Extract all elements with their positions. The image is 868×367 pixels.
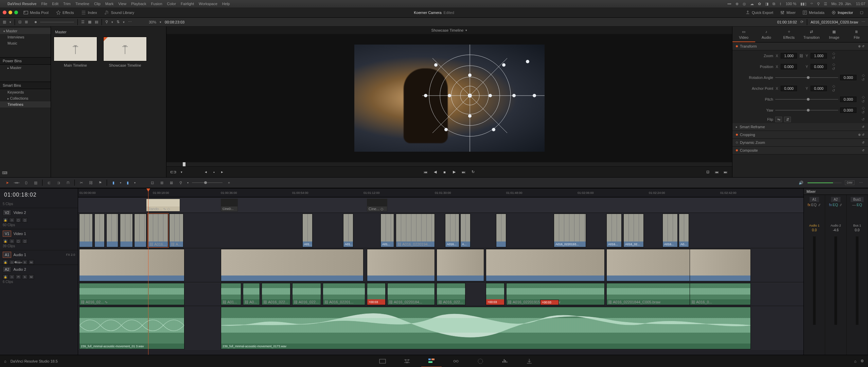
- page-deliver[interactable]: [519, 355, 539, 367]
- video-clip[interactable]: [79, 249, 184, 281]
- mixer-channel-bus1[interactable]: Bus1 — EQ Bus 1 0.0: [847, 195, 868, 355]
- zoom-custom-icon[interactable]: ⊠: [168, 180, 174, 186]
- video-clip[interactable]: [79, 214, 93, 247]
- audio-clip[interactable]: 239_full_mnmal-acoustic-movement_01 3.wa…: [79, 307, 184, 349]
- flip-h-button[interactable]: ⇋: [775, 117, 782, 122]
- sound-library-toggle[interactable]: Sound Library: [102, 10, 136, 16]
- keyframe-reset[interactable]: ◇ ↺: [829, 51, 835, 60]
- title-clip[interactable]: CineD...: [221, 199, 238, 212]
- status-dropbox-icon[interactable]: ⧉: [773, 2, 775, 6]
- spotlight-icon[interactable]: ⚲: [817, 2, 820, 6]
- mute-button[interactable]: M: [29, 260, 34, 265]
- pos-y-input[interactable]: 0.000: [811, 64, 827, 69]
- page-cut[interactable]: [397, 355, 417, 367]
- wifi-icon[interactable]: ⌔: [811, 2, 813, 6]
- menu-workspace[interactable]: Workspace: [199, 2, 217, 6]
- video-clip[interactable]: A016...: [445, 214, 459, 247]
- flip-v-button[interactable]: ⇵: [784, 117, 791, 122]
- bin-view-icon[interactable]: ▥: [3, 20, 6, 24]
- menubar-app-name[interactable]: DaVinci Resolve: [7, 2, 36, 6]
- track-header-a1[interactable]: A1Audio 1 FX 2.0: [0, 250, 78, 259]
- page-edit[interactable]: [421, 355, 442, 367]
- track-header-v2[interactable]: V2Video 2: [0, 208, 78, 217]
- thumb-list-icon[interactable]: ☰: [81, 20, 85, 24]
- mixer-channel-a1[interactable]: A1 fx EQ ⫽ Audio 1 0.0: [804, 195, 825, 355]
- section-transform[interactable]: Transform⊕ ↺: [732, 43, 868, 50]
- audio-clip[interactable]: 239_full_mnmal-acoustic-movement_0173.wa…: [221, 307, 751, 349]
- close-window-button[interactable]: [3, 11, 6, 14]
- sort-icon[interactable]: ⇅: [117, 20, 120, 24]
- video-clip[interactable]: A016...: [606, 214, 622, 247]
- marker-blue-icon[interactable]: ▮: [110, 180, 117, 186]
- bin-master[interactable]: ▾ Master: [0, 28, 51, 34]
- stop-dot-icon[interactable]: •: [211, 169, 217, 175]
- fullscreen-window-button[interactable]: [14, 11, 18, 14]
- menu-clip[interactable]: Clip: [94, 2, 101, 6]
- inspector-tab-image[interactable]: ▦Image: [823, 27, 846, 42]
- inspector-tab-transition[interactable]: ⇄Transition: [800, 27, 823, 42]
- next-edit-icon[interactable]: ▸: [219, 169, 225, 175]
- track-auto[interactable]: ◇: [9, 218, 15, 222]
- audio-clip[interactable]: ⛓A016_0220184...: [387, 283, 435, 305]
- search-icon[interactable]: ⚲: [105, 20, 108, 24]
- speaker-icon[interactable]: 🔊: [798, 180, 804, 186]
- thumb-strip-icon[interactable]: ▤: [95, 20, 98, 24]
- track-header-a2[interactable]: A2Audio 2: [0, 265, 78, 274]
- video-clip[interactable]: [486, 249, 605, 281]
- status-icon[interactable]: •••: [727, 2, 731, 6]
- inspector-tab-file[interactable]: 🗎File: [846, 27, 868, 42]
- powerbin-master[interactable]: ▸ Master: [0, 65, 51, 71]
- thumb-grid-icon[interactable]: ▦: [88, 20, 91, 24]
- section-smart-reframe[interactable]: ▸Smart Reframe↺: [732, 123, 868, 131]
- prev-edit-icon[interactable]: ◂: [203, 169, 209, 175]
- track-header-v1[interactable]: V1Video 1: [0, 229, 78, 238]
- playhead[interactable]: [148, 188, 148, 355]
- viewer-scrubber[interactable]: [166, 162, 732, 166]
- status-icon[interactable]: ◨: [765, 2, 768, 6]
- yaw-slider[interactable]: [775, 110, 838, 111]
- video-clip[interactable]: [106, 214, 118, 247]
- bin-interviews[interactable]: Interviews: [0, 34, 51, 40]
- menubar-date[interactable]: Mo. 29. Jän.: [831, 2, 852, 6]
- video-clip[interactable]: A016_02...: [623, 214, 644, 247]
- video-clip[interactable]: ⛓A...: [169, 214, 183, 247]
- video-clip[interactable]: ⛓A016_0220194...: [396, 214, 435, 247]
- video-clip[interactable]: A0...: [679, 214, 689, 247]
- power-bins-header[interactable]: Power Bins: [0, 57, 51, 65]
- timeline-dropdown-label[interactable]: Showcase Timeline: [431, 28, 464, 32]
- video-clip[interactable]: A01...: [380, 214, 394, 247]
- zoom-x-input[interactable]: 1.000: [781, 53, 797, 59]
- video-clip[interactable]: [120, 214, 133, 247]
- chevron-down-icon[interactable]: ▾: [465, 29, 467, 32]
- audio-clip[interactable]: ⛓A016_02...∿: [79, 283, 184, 305]
- inspector-tab-video[interactable]: ▭Video: [732, 27, 755, 42]
- control-center-icon[interactable]: ☰: [824, 2, 827, 6]
- track-disable[interactable]: ▢: [16, 218, 21, 222]
- step-back-button[interactable]: ◀: [432, 169, 438, 175]
- smartbin-keywords[interactable]: Keywords: [0, 89, 51, 95]
- view-icon[interactable]: ⊞: [25, 20, 28, 24]
- audio-clip[interactable]: ⛓A01...: [221, 283, 241, 305]
- project-manager-icon[interactable]: ⌂: [854, 359, 856, 363]
- index-toggle[interactable]: Index: [79, 10, 99, 16]
- status-icon[interactable]: ◎: [743, 2, 746, 6]
- trim-tool[interactable]: ⇥⇤: [14, 180, 20, 186]
- overwrite-clip-icon[interactable]: ⊐: [55, 180, 61, 186]
- track-mute[interactable]: ◻: [22, 218, 28, 222]
- inspector-tab-effects[interactable]: ✧Effects: [778, 27, 800, 42]
- page-color[interactable]: [470, 355, 491, 367]
- video-clip[interactable]: [437, 249, 484, 281]
- menu-color[interactable]: Color: [167, 2, 176, 6]
- section-composite[interactable]: Composite↺: [732, 147, 868, 154]
- menu-file[interactable]: File: [41, 2, 47, 6]
- mixer-toggle[interactable]: Mixer: [778, 10, 798, 16]
- track-lock[interactable]: 🔒: [3, 218, 8, 222]
- page-fusion[interactable]: [446, 355, 466, 367]
- home-icon[interactable]: ⌂: [4, 359, 6, 363]
- viewer-mode-icon[interactable]: ⊏⊐: [171, 169, 176, 175]
- selection-tool[interactable]: ➤: [4, 180, 10, 186]
- smartbin-collections[interactable]: ▸ Collections: [0, 95, 51, 101]
- menu-playback[interactable]: Playback: [131, 2, 146, 6]
- zoom-fit-icon[interactable]: ⊡: [149, 180, 155, 186]
- menubar-time[interactable]: 11:07: [856, 2, 865, 6]
